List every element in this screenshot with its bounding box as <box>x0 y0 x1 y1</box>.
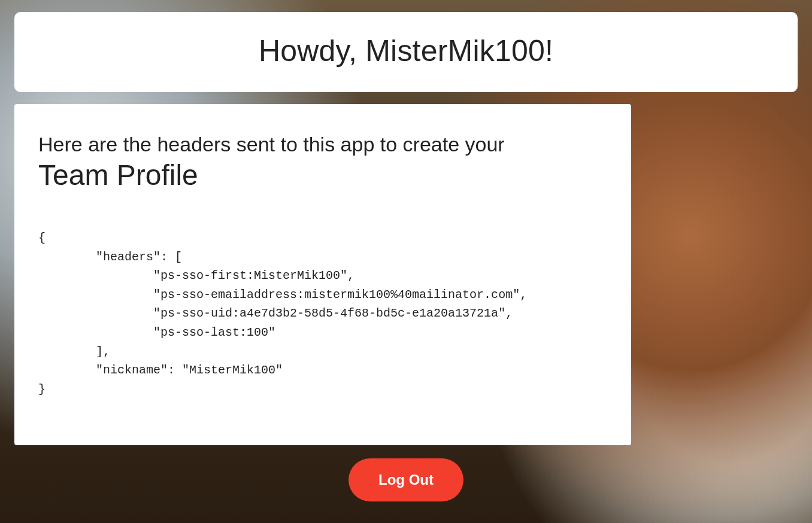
greeting-card: Howdy, MisterMik100! <box>14 12 798 92</box>
headers-json-block: { "headers": [ "ps-sso-first:MisterMik10… <box>38 229 607 399</box>
page-root: Howdy, MisterMik100! Here are the header… <box>0 0 812 523</box>
action-row: Log Out <box>14 458 798 501</box>
info-card: Here are the headers sent to this app to… <box>14 104 631 445</box>
greeting-title: Howdy, MisterMik100! <box>26 34 786 68</box>
logout-button[interactable]: Log Out <box>349 458 463 501</box>
info-lead-line: Here are the headers sent to this app to… <box>38 133 607 156</box>
info-subtitle: Team Profile <box>38 159 607 191</box>
